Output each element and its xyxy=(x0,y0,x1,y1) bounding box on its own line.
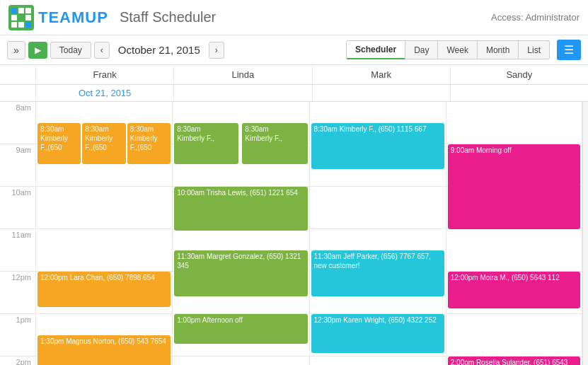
mark-event-2[interactable]: 11:30am Jeff Parker, (656) 7767 657, new… xyxy=(311,250,444,296)
sandy-event-2[interactable]: 12:00pm Moira M., (650) 5643 112 xyxy=(448,272,580,308)
logo-area: TEAMUP Staff Scheduler xyxy=(8,5,491,30)
tab-scheduler[interactable]: Scheduler xyxy=(346,40,405,59)
date-display: October 21, 2015 xyxy=(118,44,200,56)
column-headers: Frank Linda Mark Sandy xyxy=(0,65,588,85)
scrollbar[interactable] xyxy=(582,102,588,365)
tab-list[interactable]: List xyxy=(519,40,550,59)
time-12pm: 12pm xyxy=(0,272,35,314)
frank-11am xyxy=(36,229,172,272)
frank-event-2[interactable]: 8:30amKimberlyF.,(650 xyxy=(82,123,126,164)
frank-event-5[interactable]: 1:30pm Magnus Norton, (650) 543 7654 xyxy=(38,335,171,365)
date-label-empty xyxy=(0,85,35,101)
col-header-linda: Linda xyxy=(173,65,311,84)
time-labels: 8am 9am 10am 11am 12pm 1pm 2pm 3pm 4pm xyxy=(0,102,35,365)
time-10am: 10am xyxy=(0,187,35,229)
sandy-event-3[interactable]: 2:00pm Rosella Sulander, (651) 6543 987 xyxy=(448,357,580,365)
linda-event-2[interactable]: 8:30amKimberly F., xyxy=(242,123,307,164)
linda-col-inner: 8:30amKimberly F., 8:30amKimberly F., 10… xyxy=(173,102,309,365)
refresh-btn[interactable]: ▶ xyxy=(28,42,47,59)
view-tabs: Scheduler Day Week Month List xyxy=(346,40,550,59)
date-label-sandy xyxy=(450,85,588,101)
tab-day[interactable]: Day xyxy=(405,40,438,59)
time-8am: 8am xyxy=(0,102,35,144)
frank-col-inner: 8:30amKimberlyF.,(650 8:30amKimberlyF.,(… xyxy=(36,102,172,365)
frank-event-1[interactable]: 8:30amKimberlyF.,(650 xyxy=(38,123,81,164)
frank-event-4[interactable]: 12:00pm Lara Chan, (650) 7898 654 xyxy=(38,272,171,307)
teamup-logo-icon xyxy=(8,5,34,30)
header: TEAMUP Staff Scheduler Access: Administr… xyxy=(0,0,588,35)
linda-event-5[interactable]: 1:00pm Afternoon off xyxy=(174,314,307,344)
staff-columns: 8:30amKimberlyF.,(650 8:30amKimberlyF.,(… xyxy=(35,102,582,365)
mark-col: 8:30am Kimberly F., (650) 1115 667 11:30… xyxy=(309,102,446,365)
date-label-linda xyxy=(173,85,311,101)
sandy-col: 9:00am Morning off 12:00pm Moira M., (65… xyxy=(446,102,582,365)
toolbar: » ▶ Today ‹ October 21, 2015 › Scheduler… xyxy=(0,35,588,65)
sandy-8am xyxy=(446,102,582,144)
app-title: Staff Scheduler xyxy=(120,9,216,25)
time-2pm: 2pm xyxy=(0,357,35,365)
linda-col: 8:30amKimberly F., 8:30amKimberly F., 10… xyxy=(172,102,309,365)
mark-col-inner: 8:30am Kimberly F., (650) 1115 667 11:30… xyxy=(310,102,446,365)
time-9am: 9am xyxy=(0,144,35,187)
sandy-col-inner: 9:00am Morning off 12:00pm Moira M., (65… xyxy=(446,102,582,365)
sandy-1pm xyxy=(446,314,582,357)
col-header-sandy: Sandy xyxy=(450,65,588,84)
mark-10am xyxy=(310,187,446,229)
frank-col: 8:30amKimberlyF.,(650 8:30amKimberlyF.,(… xyxy=(35,102,172,365)
time-11am: 11am xyxy=(0,229,35,272)
mark-2pm xyxy=(310,357,446,365)
date-row: Oct 21, 2015 xyxy=(0,85,588,102)
logo-text: TEAMUP xyxy=(38,8,108,27)
time-grid: 8am 9am 10am 11am 12pm 1pm 2pm 3pm 4pm xyxy=(0,102,588,365)
prev-btn[interactable]: ‹ xyxy=(94,42,110,59)
expand-btn[interactable]: » xyxy=(7,41,25,59)
linda-event-3[interactable]: 10:00am Trisha Lewis, (651) 1221 654 xyxy=(174,187,307,231)
tab-month[interactable]: Month xyxy=(478,40,519,59)
linda-2pm xyxy=(173,357,309,365)
next-btn[interactable]: › xyxy=(209,42,224,59)
linda-event-1[interactable]: 8:30amKimberly F., xyxy=(174,123,238,164)
col-header-frank: Frank xyxy=(35,65,173,84)
date-label-frank: Oct 21, 2015 xyxy=(35,85,173,101)
time-header xyxy=(0,65,35,84)
menu-button[interactable]: ☰ xyxy=(557,40,581,60)
sandy-event-1[interactable]: 9:00am Morning off xyxy=(448,144,580,229)
access-info: Access: Administrator xyxy=(491,12,580,23)
time-1pm: 1pm xyxy=(0,314,35,357)
mark-event-1[interactable]: 8:30am Kimberly F., (650) 1115 667 xyxy=(311,123,444,169)
today-button[interactable]: Today xyxy=(50,42,91,59)
mark-event-3[interactable]: 12:30pm Karen Wright, (650) 4322 252 xyxy=(311,314,444,353)
date-label-mark xyxy=(312,85,450,101)
sandy-11am xyxy=(446,229,582,272)
frank-event-3[interactable]: 8:30amKimberlyF.,(650 xyxy=(127,123,171,164)
frank-10am xyxy=(36,187,172,229)
col-header-mark: Mark xyxy=(312,65,450,84)
tab-week[interactable]: Week xyxy=(438,40,477,59)
linda-event-4[interactable]: 11:30am Margret Gonzalez, (650) 1321 345 xyxy=(174,250,307,296)
calendar: Frank Linda Mark Sandy Oct 21, 2015 8am … xyxy=(0,65,588,365)
